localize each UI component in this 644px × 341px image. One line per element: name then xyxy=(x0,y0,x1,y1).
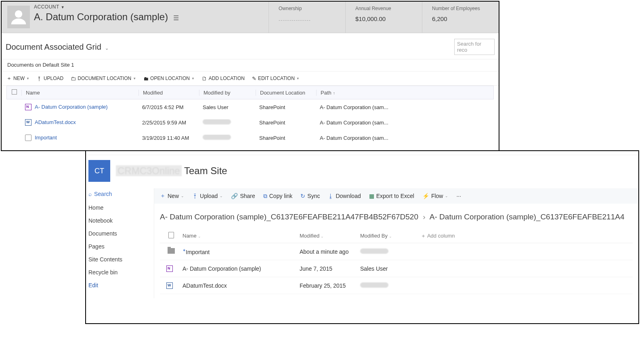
plus-icon: ＋ xyxy=(160,192,166,200)
sp-col-modified[interactable]: Modified⌄ xyxy=(300,233,360,239)
nav-item[interactable]: Pages xyxy=(88,240,154,253)
column-name[interactable]: Name xyxy=(21,90,138,96)
select-all-checkbox[interactable] xyxy=(7,89,21,96)
file-link[interactable]: A- Datum Corporation (sample) xyxy=(35,104,108,110)
column-modified[interactable]: Modified xyxy=(138,90,199,96)
caret-down-icon: ▼ xyxy=(133,77,136,80)
sp-more-button[interactable]: ··· xyxy=(456,193,461,199)
file-name-cell[interactable]: ADatumTest.docx xyxy=(21,119,138,126)
chevron-down-icon: ⌄ xyxy=(220,194,223,198)
chevron-down-icon: ⌄ xyxy=(198,234,201,238)
type-cell xyxy=(160,248,183,255)
table-row[interactable]: A- Datum Corporation (sample)6/7/2015 4:… xyxy=(6,99,494,115)
sp-sync-button[interactable]: ↻Sync xyxy=(300,193,320,199)
file-name-cell[interactable]: A- Datum Corporation (sample) xyxy=(21,104,138,111)
sp-top-strip xyxy=(86,151,638,155)
sp-col-name[interactable]: Name⌄ xyxy=(183,233,300,239)
onenote-icon xyxy=(166,265,173,272)
file-link[interactable]: ADatumTest.docx xyxy=(35,119,76,125)
caret-down-icon: ▼ xyxy=(26,77,29,80)
site-title-suffix: Team Site xyxy=(182,165,227,176)
sp-share-button[interactable]: 🔗Share xyxy=(231,193,255,199)
nav-item[interactable]: Site Contents xyxy=(88,253,154,266)
path-cell: A- Datum Corporation (sam... xyxy=(316,120,392,126)
word-icon xyxy=(25,119,31,126)
path-cell: A- Datum Corporation (sam... xyxy=(316,104,392,110)
nav-item[interactable]: Notebook xyxy=(88,214,154,227)
sp-col-modified-label: Modified xyxy=(300,233,319,239)
view-title: Document Associated Grid xyxy=(6,42,101,51)
sp-col-type[interactable] xyxy=(160,232,183,240)
nav-item[interactable]: Recycle bin xyxy=(88,266,154,279)
chevron-down-icon: ⌄ xyxy=(389,234,392,238)
sp-flow-button[interactable]: ⚡Flow⌄ xyxy=(422,193,449,199)
column-path[interactable]: Path↑ xyxy=(316,90,393,96)
stat-ownership-value: --------------- xyxy=(279,17,336,23)
chevron-down-icon: ⌄ xyxy=(445,194,448,198)
site-title-blurred: CRMC3Online xyxy=(116,165,182,176)
location-cell: SharePoint xyxy=(255,104,316,110)
sp-upload-button[interactable]: ⭱Upload⌄ xyxy=(192,193,223,199)
edit-icon: ✎ xyxy=(252,76,256,82)
breadcrumb-part-1[interactable]: A- Datum Corporation (sample)_C6137E6FEA… xyxy=(160,213,418,221)
file-link[interactable]: Important xyxy=(35,135,57,141)
table-row[interactable]: Important3/19/2019 11:40 AMSharePointA- … xyxy=(6,130,494,145)
upload-button[interactable]: ⭱UPLOAD xyxy=(37,75,63,82)
name-cell[interactable]: ✶Important xyxy=(183,248,300,255)
location-icon: 🗀 xyxy=(71,76,76,82)
sync-icon: ↻ xyxy=(300,193,305,199)
file-name-cell[interactable]: Important xyxy=(21,135,138,141)
list-item[interactable]: ADatumTest.docxFebruary 25, 2015 xyxy=(160,277,633,294)
list-item[interactable]: ✶ImportantAbout a minute ago xyxy=(160,243,633,260)
modified-cell: About a minute ago xyxy=(300,248,360,255)
modified-cell: June 7, 2015 xyxy=(300,265,360,272)
stat-ownership-label: Ownership xyxy=(279,6,336,11)
nav-edit[interactable]: Edit xyxy=(88,279,154,292)
search-input[interactable]: Search for reco xyxy=(454,39,495,55)
modified-by-cell: Sales User xyxy=(360,265,421,272)
sp-download-button[interactable]: ⭳Download xyxy=(328,193,361,199)
modified-by-cell xyxy=(199,135,255,141)
modified-cell: February 25, 2015 xyxy=(300,282,360,289)
sp-new-button[interactable]: ＋New⌄ xyxy=(160,192,184,200)
sp-search-label: Search xyxy=(94,191,112,197)
sharepoint-panel: CT CRMC3Online Team Site ⌕Search HomeNot… xyxy=(85,150,639,324)
sort-asc-icon: ↑ xyxy=(333,91,335,95)
menu-icon[interactable]: ☰ xyxy=(173,15,179,21)
crm-grid: Name Modified Modified by Document Locat… xyxy=(2,86,499,150)
sp-search-input[interactable]: ⌕Search xyxy=(88,191,154,197)
modified-cell: 6/7/2015 4:52 PM xyxy=(138,104,199,110)
nav-item[interactable]: Home xyxy=(88,201,154,214)
list-item[interactable]: A- Datum Corporation (sample)June 7, 201… xyxy=(160,260,633,277)
breadcrumb-part-2: A- Datum Corporation (sample)_C6137E6FEA… xyxy=(430,213,625,221)
new-button[interactable]: ＋NEW▼ xyxy=(6,75,29,82)
name-cell[interactable]: A- Datum Corporation (sample) xyxy=(183,265,300,272)
table-row[interactable]: ADatumTest.docx2/25/2015 9:59 AMSharePoi… xyxy=(6,115,494,130)
column-modified-by[interactable]: Modified by xyxy=(199,90,256,96)
column-document-location[interactable]: Document Location xyxy=(256,90,316,96)
upload-icon: ⭱ xyxy=(37,76,42,82)
sp-col-modified-by-label: Modified By xyxy=(360,233,388,239)
onenote-icon xyxy=(25,104,31,110)
modified-by-cell xyxy=(360,248,421,255)
nav-item[interactable]: Documents xyxy=(88,227,154,240)
sp-col-modified-by[interactable]: Modified By⌄ xyxy=(360,233,421,239)
sp-copylink-label: Copy link xyxy=(269,193,293,199)
caret-down-icon: ▼ xyxy=(191,77,195,80)
account-type-dropdown[interactable]: ACCOUNT▼ xyxy=(34,4,269,10)
document-location-button[interactable]: 🗀DOCUMENT LOCATION▼ xyxy=(71,75,136,82)
add-location-button[interactable]: 🗋ADD LOCATION xyxy=(202,75,245,82)
name-cell[interactable]: ADatumTest.docx xyxy=(183,282,300,289)
modified-cell: 3/19/2019 11:40 AM xyxy=(138,135,199,141)
view-selector[interactable]: Document Associated Grid ⌄ xyxy=(6,42,109,52)
sp-copylink-button[interactable]: ⧉Copy link xyxy=(263,193,293,200)
open-location-button[interactable]: 🖿OPEN LOCATION▼ xyxy=(143,75,195,82)
modified-by-cell: Sales User xyxy=(199,104,255,110)
sp-add-column-button[interactable]: ＋ Add column xyxy=(421,232,455,240)
sp-export-button[interactable]: ▦Export to Excel xyxy=(369,193,414,199)
link-icon: ⧉ xyxy=(263,193,267,200)
document-location-label: Documents on Default Site 1 xyxy=(2,59,499,71)
edit-location-button[interactable]: ✎EDIT LOCATION▼ xyxy=(252,75,300,82)
blurred-text xyxy=(203,119,231,124)
account-name-text: A. Datum Corporation (sample) xyxy=(34,11,168,22)
